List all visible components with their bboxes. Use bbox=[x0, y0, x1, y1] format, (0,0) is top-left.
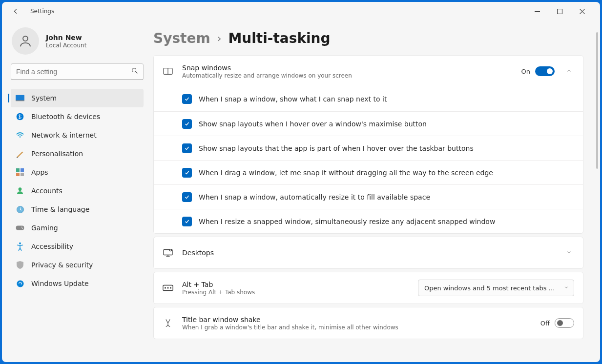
sidebar-item-personalisation[interactable]: Personalisation bbox=[11, 144, 144, 163]
shake-subtitle: When I grab a window's title bar and sha… bbox=[182, 324, 532, 331]
desktops-icon bbox=[163, 248, 173, 257]
snap-layout-icon bbox=[163, 67, 173, 75]
chevron-down-icon bbox=[564, 285, 569, 291]
snap-option-label: When I resize a snapped window, simultan… bbox=[199, 218, 495, 225]
snap-option-label: Show snap layouts that the app is part o… bbox=[199, 144, 474, 152]
svg-rect-10 bbox=[21, 173, 24, 176]
svg-point-11 bbox=[19, 187, 22, 191]
chevron-down-icon bbox=[563, 249, 574, 257]
snap-option-row: When I drag a window, let me snap it wit… bbox=[154, 160, 583, 184]
snap-windows-row[interactable]: Snap windows Automatically resize and ar… bbox=[154, 56, 583, 87]
snap-toggle[interactable] bbox=[535, 66, 555, 76]
shake-toggle[interactable] bbox=[555, 318, 574, 328]
snap-option-row: When I snap a window, show what I can sn… bbox=[154, 87, 583, 111]
snap-option-label: When I drag a window, let me snap it wit… bbox=[199, 169, 493, 177]
sidebar-item-label: Time & language bbox=[31, 205, 89, 213]
sidebar-item-label: Accounts bbox=[31, 187, 62, 195]
titlebar: Settings bbox=[2, 2, 600, 20]
alttab-dropdown[interactable]: Open windows and 5 most recent tabs in M bbox=[418, 280, 574, 296]
snap-option-checkbox[interactable] bbox=[182, 94, 192, 104]
search-icon bbox=[131, 67, 139, 77]
sidebar-item-time[interactable]: Time & language bbox=[11, 200, 144, 219]
snap-option-checkbox[interactable] bbox=[182, 192, 192, 202]
sidebar-item-label: Personalisation bbox=[31, 150, 83, 158]
sidebar-item-accounts[interactable]: Accounts bbox=[11, 182, 144, 200]
user-block[interactable]: John New Local Account bbox=[12, 27, 144, 55]
sidebar-item-accessibility[interactable]: Accessibility bbox=[11, 237, 144, 256]
gaming-icon bbox=[16, 223, 24, 232]
sidebar-item-label: Gaming bbox=[31, 224, 58, 232]
close-button[interactable] bbox=[571, 4, 593, 19]
snap-title: Snap windows bbox=[182, 64, 513, 72]
sidebar-item-apps[interactable]: Apps bbox=[11, 163, 144, 182]
svg-point-13 bbox=[21, 227, 22, 228]
alttab-selected: Open windows and 5 most recent tabs in M bbox=[424, 284, 556, 292]
sidebar-item-system[interactable]: System bbox=[11, 89, 144, 107]
snap-option-checkbox[interactable] bbox=[182, 143, 192, 153]
back-button[interactable] bbox=[9, 4, 22, 18]
shake-row: Title bar window shake When I grab a win… bbox=[154, 307, 583, 339]
accessibility-icon bbox=[16, 242, 24, 251]
sidebar-item-gaming[interactable]: Gaming bbox=[11, 219, 144, 237]
time-icon bbox=[16, 205, 24, 214]
svg-rect-8 bbox=[21, 168, 24, 172]
scrollbar[interactable] bbox=[596, 32, 598, 169]
desktops-row[interactable]: Desktops bbox=[154, 237, 583, 268]
sidebar-item-label: Accessibility bbox=[31, 243, 73, 250]
alttab-row: Alt + Tab Pressing Alt + Tab shows Open … bbox=[154, 272, 583, 303]
alttab-title: Alt + Tab bbox=[182, 281, 409, 288]
svg-point-15 bbox=[19, 243, 21, 244]
snap-option-label: When I snap a window, show what I can sn… bbox=[199, 95, 387, 103]
search bbox=[11, 63, 144, 80]
settings-window: Settings John New Local Account bbox=[2, 2, 600, 362]
apps-icon bbox=[16, 168, 24, 177]
svg-rect-4 bbox=[16, 101, 24, 101]
maximize-button[interactable] bbox=[548, 4, 571, 19]
svg-rect-3 bbox=[16, 95, 24, 101]
snap-option-row: When I snap a window, automatically resi… bbox=[154, 184, 583, 209]
snap-option-row: Show snap layouts that the app is part o… bbox=[154, 136, 583, 160]
alttab-group: Alt + Tab Pressing Alt + Tab shows Open … bbox=[153, 272, 583, 304]
sidebar-item-label: Windows Update bbox=[31, 280, 89, 287]
svg-point-16 bbox=[17, 280, 23, 287]
page-title: Multi-tasking bbox=[228, 30, 330, 46]
shake-group: Title bar window shake When I grab a win… bbox=[153, 307, 583, 339]
breadcrumb: System › Multi-tasking bbox=[153, 30, 583, 46]
nav: SystemBluetooth & devicesNetwork & inter… bbox=[11, 89, 144, 293]
desktops-title: Desktops bbox=[182, 249, 555, 257]
system-icon bbox=[16, 94, 24, 102]
snap-subtitle: Automatically resize and arrange windows… bbox=[182, 72, 513, 79]
user-name: John New bbox=[46, 34, 86, 41]
minimize-button[interactable] bbox=[526, 4, 548, 19]
shake-icon bbox=[163, 318, 173, 328]
chevron-up-icon bbox=[563, 68, 574, 75]
sidebar-item-label: Apps bbox=[31, 168, 48, 176]
chevron-right-icon: › bbox=[217, 32, 222, 44]
content: System › Multi-tasking Snap windows Auto… bbox=[152, 20, 600, 362]
svg-point-2 bbox=[132, 68, 136, 72]
search-input[interactable] bbox=[11, 63, 144, 80]
snap-option-label: When I snap a window, automatically resi… bbox=[199, 193, 430, 201]
snap-option-checkbox[interactable] bbox=[182, 168, 192, 178]
snap-option-checkbox[interactable] bbox=[182, 217, 192, 226]
sidebar-item-network[interactable]: Network & internet bbox=[11, 126, 144, 144]
svg-point-6 bbox=[20, 136, 21, 138]
network-icon bbox=[16, 131, 24, 140]
update-icon bbox=[16, 279, 24, 288]
sidebar-item-update[interactable]: Windows Update bbox=[11, 274, 144, 293]
breadcrumb-parent[interactable]: System bbox=[153, 30, 210, 46]
accounts-icon bbox=[16, 186, 24, 195]
svg-point-21 bbox=[165, 287, 166, 288]
shake-toggle-label: Off bbox=[540, 320, 550, 327]
sidebar-item-label: Network & internet bbox=[31, 131, 97, 139]
avatar bbox=[12, 27, 39, 55]
sidebar-item-bluetooth[interactable]: Bluetooth & devices bbox=[11, 107, 144, 126]
svg-point-23 bbox=[170, 287, 171, 288]
svg-rect-0 bbox=[557, 9, 562, 14]
svg-point-22 bbox=[167, 287, 168, 288]
snap-option-checkbox[interactable] bbox=[182, 119, 192, 129]
sidebar-item-privacy[interactable]: Privacy & security bbox=[11, 256, 144, 274]
svg-rect-7 bbox=[16, 168, 20, 172]
bluetooth-icon bbox=[16, 112, 24, 121]
snap-windows-group: Snap windows Automatically resize and ar… bbox=[153, 55, 583, 234]
